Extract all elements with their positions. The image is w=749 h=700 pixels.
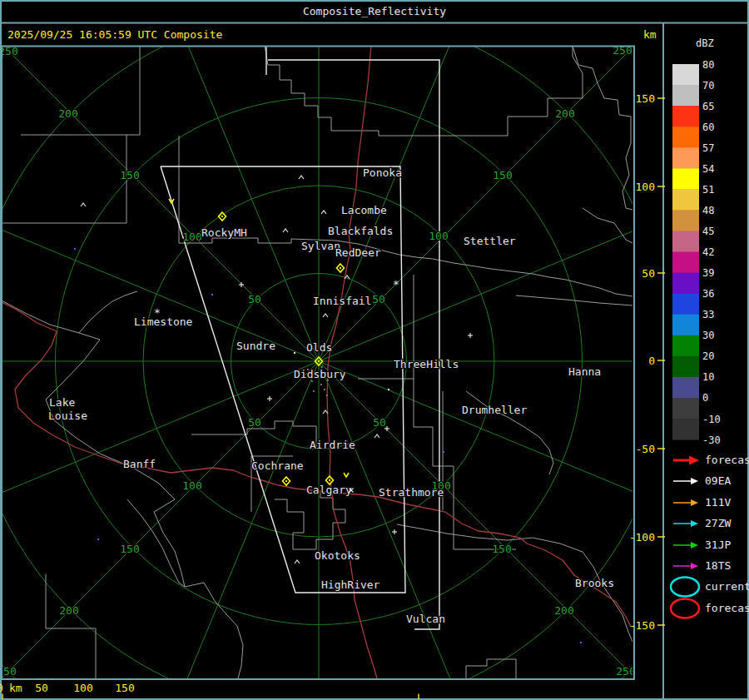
radar-viewer-window: 2502001501005025020015010050250200150100… — [0, 0, 749, 700]
city-label-banff: Banff — [123, 458, 156, 470]
legend-label-111V: 111V — [705, 496, 731, 509]
city-label-didsbury: Didsbury — [294, 368, 346, 380]
right-axis-tick-label: 100 — [636, 181, 655, 193]
scale-label-42: 42 — [702, 246, 714, 258]
scale-label-36: 36 — [702, 288, 714, 300]
ring-label-100: 100 — [182, 231, 201, 243]
scale-block-65 — [672, 106, 699, 127]
clutter-dot — [311, 380, 313, 382]
storm-cell-dot — [318, 360, 320, 362]
storm-cell-dot — [285, 480, 287, 482]
city-label-hanna: Hanna — [568, 365, 601, 378]
city-label-rockymh: RockyMH — [201, 226, 247, 239]
bottom-axis-tick-label: 100 — [73, 682, 92, 694]
storm-cell-dot — [340, 267, 341, 269]
scale-label-10: 10 — [702, 371, 714, 383]
clutter-dot — [325, 372, 326, 374]
clutter-dot — [307, 369, 309, 370]
city-label-limestone: Limestone — [134, 315, 193, 328]
city-label-strathmore: Strathmore — [379, 486, 444, 499]
right-axis-tick-label: -100 — [629, 531, 655, 544]
timestamp-label: 2025/09/25 16:05:59 UTC Composite — [7, 28, 222, 41]
city-label-threehills: ThreeHills — [394, 358, 459, 370]
lightning-dot — [97, 539, 99, 540]
city-label-reddeer: RedDeer — [335, 246, 381, 259]
scale-label-57: 57 — [702, 142, 714, 154]
ring-label-50: 50 — [248, 416, 261, 429]
white-dot — [294, 352, 295, 354]
scale-block-30 — [672, 335, 699, 357]
scale-label-48: 48 — [702, 205, 714, 216]
legend-label-18TS: 18TS — [705, 559, 731, 572]
scale-label-end: -30 — [702, 434, 721, 446]
right-axis-tick-label: -50 — [636, 443, 655, 455]
city-label-sylvan: Sylvan — [301, 240, 340, 252]
lightning-dot — [211, 294, 213, 295]
scale-block-54 — [672, 168, 699, 190]
bottom-axis-tick-label: 50 — [35, 682, 48, 694]
right-axis-tick-label: 150 — [636, 92, 655, 105]
ring-label-200: 200 — [555, 107, 574, 120]
scale-label-51: 51 — [702, 184, 714, 196]
scale-label-80: 80 — [702, 59, 714, 71]
city-label-vulcan: Vulcan — [406, 613, 445, 625]
city-label-highriver: HighRiver — [321, 578, 380, 591]
scale-label-65: 65 — [702, 101, 714, 112]
storm-cell-dot — [329, 479, 330, 481]
legend-label-current: current — [705, 580, 749, 593]
bottom-axis-tick-label: 0 — [0, 682, 3, 694]
legend-label-31JP: 31JP — [705, 539, 731, 551]
bottom-axis-tick-label: 150 — [115, 682, 134, 694]
ring-label-100: 100 — [182, 479, 201, 492]
city-label-drumheller: Drumheller — [462, 404, 527, 416]
ring-label-150: 150 — [493, 169, 512, 181]
legend-label-09EA: 09EA — [705, 474, 731, 487]
city-label-olds: Olds — [306, 341, 332, 354]
lightning-dot — [443, 451, 444, 453]
city-label-calgary: Calgary — [306, 484, 352, 496]
legend-label-forecast: forecast — [705, 602, 749, 614]
city-label-cochrane: Cochrane — [251, 459, 304, 472]
colorscale-title: dBZ — [696, 37, 714, 49]
scale-block-0 — [672, 398, 699, 420]
city-label-brooks: Brooks — [575, 577, 614, 589]
scale-label-60: 60 — [702, 122, 714, 133]
city-label-blackfalds: Blackfalds — [328, 225, 393, 237]
white-dot — [388, 389, 389, 390]
storm-cell-dot — [221, 216, 223, 217]
clutter-dot — [324, 389, 325, 390]
scale-block-60 — [672, 127, 699, 148]
scale-block-70 — [672, 85, 699, 107]
scale-label-33: 33 — [702, 309, 714, 320]
lightning-dot — [74, 248, 76, 250]
ring-label-100: 100 — [429, 230, 448, 242]
scale-block-33 — [672, 315, 699, 336]
legend-label-27ZW: 27ZW — [705, 517, 731, 529]
ring-label-150: 150 — [120, 543, 139, 555]
scale-block-48 — [672, 210, 699, 231]
city-label-lacombe: Lacombe — [341, 204, 387, 216]
ring-label-200: 200 — [554, 604, 573, 617]
scale-block-51 — [672, 189, 699, 211]
ring-label-50: 50 — [248, 293, 261, 305]
scale-block--10 — [672, 419, 699, 440]
ring-label-200: 200 — [58, 107, 77, 120]
scale-block-80 — [672, 64, 699, 86]
scale-label-54: 54 — [702, 163, 714, 175]
scale-label-20: 20 — [702, 350, 714, 362]
scale-block-57 — [672, 147, 699, 169]
right-axis-tick-label: 50 — [642, 267, 655, 280]
city-label-airdrie: Airdrie — [310, 439, 355, 451]
scale-label-0: 0 — [702, 392, 708, 404]
scale-block-45 — [672, 231, 699, 252]
city-label-okotoks: Okotoks — [315, 549, 360, 562]
bottom-axis-unit-label: km — [9, 682, 22, 694]
right-axis-unit-label: km — [643, 28, 657, 41]
radar-stage: 2502001501005025020015010050250200150100… — [0, 0, 749, 700]
city-label-stettler: Stettler — [464, 235, 516, 247]
clutter-dot — [320, 384, 322, 385]
legend-label-forecast: forecast — [705, 454, 749, 466]
clutter-dot — [315, 374, 317, 375]
ring-label-150: 150 — [120, 169, 139, 181]
clutter-dot — [326, 395, 328, 396]
